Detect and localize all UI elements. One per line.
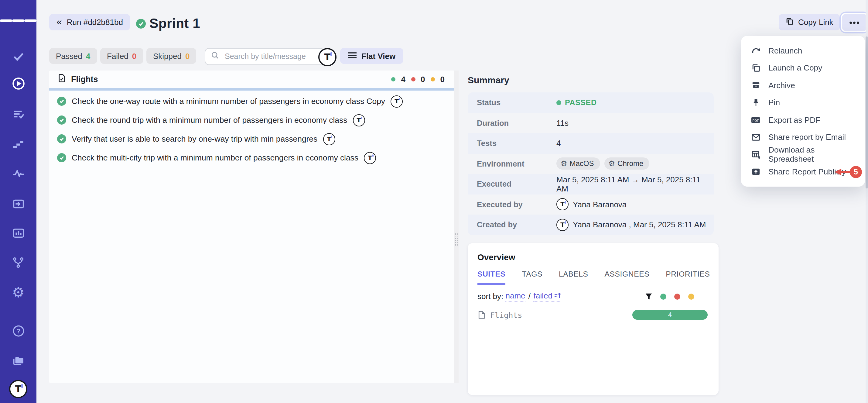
sort-row: sort by: name / failed xyxy=(477,291,709,301)
sort-ascending-icon xyxy=(554,292,562,299)
copy-icon xyxy=(751,63,761,73)
tab-tags[interactable]: TAGS xyxy=(522,270,542,285)
suite-skipped-count: 0 xyxy=(440,75,445,84)
suite-header[interactable]: Flights 4 0 0 xyxy=(49,70,454,88)
overview-suite-row[interactable]: Flights 4 xyxy=(477,310,709,320)
copy-link-button[interactable]: Copy Link xyxy=(779,14,840,30)
relaunch-icon xyxy=(751,47,761,55)
page-title: Sprint 1 xyxy=(149,16,200,32)
back-to-run-button[interactable]: « Run #dd2b81bd xyxy=(49,14,130,30)
test-row[interactable]: Check the round trip with a minimum numb… xyxy=(49,112,454,128)
spreadsheet-icon xyxy=(751,150,761,159)
menu-item-share-publicly[interactable]: Share Report Publicly 5 xyxy=(741,163,865,180)
filter-failed-button[interactable]: Failed 0 xyxy=(100,48,143,64)
user-avatar-icon: T xyxy=(556,198,568,211)
file-icon xyxy=(477,311,485,319)
suite-failed-count: 0 xyxy=(421,75,425,84)
sort-by-name-link[interactable]: name xyxy=(506,291,525,301)
help-icon[interactable]: ? xyxy=(0,323,36,339)
tests-label: Tests xyxy=(468,139,556,148)
projects-folder-icon[interactable] xyxy=(0,352,36,368)
menu-item-archive[interactable]: Archive xyxy=(741,77,865,94)
passed-bar[interactable]: 4 xyxy=(632,310,708,320)
test-row[interactable]: Verify that user is able to search by on… xyxy=(49,131,454,147)
pin-icon xyxy=(751,98,761,107)
more-actions-button[interactable]: ••• xyxy=(842,14,867,31)
testomat-run-icon: T xyxy=(391,95,403,107)
suite-passed-count: 4 xyxy=(401,75,405,84)
environment-chip-browser[interactable]: ⚙Chrome xyxy=(604,158,650,170)
scrollbar-thumb[interactable] xyxy=(865,36,868,189)
test-title[interactable]: Check the one-way route with a minimum n… xyxy=(72,97,385,106)
menu-item-pin[interactable]: Pin xyxy=(741,94,865,111)
hamburger-menu-icon[interactable] xyxy=(0,13,36,29)
search-input[interactable] xyxy=(223,52,318,61)
skipped-dot-icon xyxy=(431,77,435,82)
sort-by-label: sort by: xyxy=(477,292,503,301)
tutorial-step-annotation: 5 xyxy=(835,166,862,178)
test-passed-icon xyxy=(57,115,66,124)
status-legend xyxy=(645,293,694,300)
test-row[interactable]: Check the one-way route with a minimum n… xyxy=(49,93,454,109)
menu-item-label: Export as PDF xyxy=(768,115,820,124)
legend-failed-dot-icon[interactable] xyxy=(674,293,680,299)
testomat-logo-icon[interactable]: T xyxy=(0,381,36,397)
passed-bar-count: 4 xyxy=(668,311,672,319)
user-avatar-icon: T xyxy=(556,219,568,231)
summary-row-executed: Executed Mar 5, 2025 8:11 AM → Mar 5, 20… xyxy=(468,174,714,194)
funnel-filter-icon[interactable] xyxy=(645,293,652,300)
copy-icon xyxy=(785,17,794,27)
menu-item-launch-a-copy[interactable]: Launch a Copy xyxy=(741,59,865,77)
play-circle-icon[interactable] xyxy=(0,75,36,91)
filter-passed-button[interactable]: Passed 4 xyxy=(49,48,97,64)
status-dot-icon xyxy=(556,100,561,105)
tab-labels[interactable]: LABELS xyxy=(559,270,588,285)
test-passed-icon xyxy=(57,97,66,106)
test-row[interactable]: Check the multi-city trip with a minimum… xyxy=(49,149,454,166)
test-title[interactable]: Check the multi-city trip with a minimum… xyxy=(72,153,359,162)
panel-resizer-handle[interactable] xyxy=(454,70,459,383)
check-icon[interactable] xyxy=(0,48,36,64)
user-filter-avatar[interactable]: T xyxy=(318,48,337,66)
branch-icon[interactable] xyxy=(0,255,36,270)
gear-icon[interactable]: ⚙ xyxy=(0,285,36,300)
menu-item-label: Archive xyxy=(768,81,795,90)
tab-priorities[interactable]: PRIORITIES xyxy=(666,270,710,285)
created-by-value: Yana Baranova , Mar 5, 2025 8:11 AM xyxy=(573,220,706,229)
flat-view-label: Flat View xyxy=(362,51,396,60)
executed-by-label: Executed by xyxy=(468,200,556,209)
test-title[interactable]: Verify that user is able to search by on… xyxy=(72,134,317,143)
svg-text:?: ? xyxy=(16,327,20,335)
failed-count: 0 xyxy=(132,51,136,60)
menu-item-share-email[interactable]: Share report by Email xyxy=(741,128,865,146)
search-field[interactable] xyxy=(205,48,324,65)
steps-icon[interactable] xyxy=(0,136,36,152)
failed-label: Failed xyxy=(107,51,128,60)
summary-row-environment: Environment ⚙MacOS ⚙Chrome xyxy=(468,153,714,174)
tab-suites[interactable]: SUITES xyxy=(477,270,505,285)
legend-skipped-dot-icon[interactable] xyxy=(688,293,694,299)
menu-item-download-spreadsheet[interactable]: Download as Spreadsheet xyxy=(741,146,865,163)
duration-label: Duration xyxy=(468,118,556,128)
tab-assignees[interactable]: ASSIGNEES xyxy=(605,270,650,285)
filter-skipped-button[interactable]: Skipped 0 xyxy=(146,48,196,64)
gear-icon: ⚙ xyxy=(609,160,615,168)
menu-item-export-pdf[interactable]: PDF Export as PDF xyxy=(741,111,865,128)
tasks-list-icon[interactable] xyxy=(0,106,36,122)
page-scrollbar[interactable] xyxy=(865,0,868,403)
test-passed-icon xyxy=(57,134,66,143)
environment-label: Environment xyxy=(468,159,556,168)
bar-chart-icon[interactable] xyxy=(0,225,36,241)
menu-item-relaunch[interactable]: Relaunch xyxy=(741,42,865,59)
test-title[interactable]: Check the round trip with a minimum numb… xyxy=(72,115,347,124)
summary-table: Status PASSED Duration 11s Tests 4 Envir… xyxy=(468,92,714,235)
sign-in-icon[interactable] xyxy=(0,196,36,211)
duration-value: 11s xyxy=(556,118,568,128)
sort-by-failed-link[interactable]: failed xyxy=(534,291,562,301)
environment-chip-os[interactable]: ⚙MacOS xyxy=(556,158,600,170)
activity-pulse-icon[interactable] xyxy=(0,165,36,181)
legend-passed-dot-icon[interactable] xyxy=(660,293,666,299)
summary-row-duration: Duration 11s xyxy=(468,113,714,133)
flat-view-button[interactable]: Flat View xyxy=(340,48,403,64)
grip-dots-icon xyxy=(455,233,458,245)
